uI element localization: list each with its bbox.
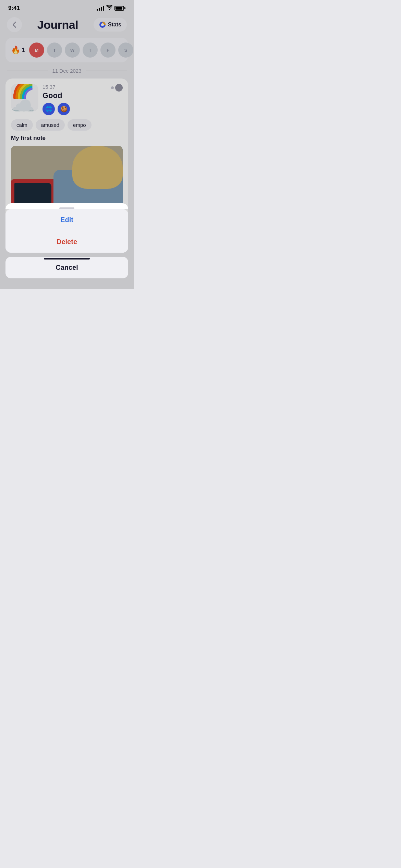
- home-indicator: [0, 253, 134, 264]
- sheet-actions: Edit Delete: [5, 209, 128, 253]
- sheet-handle-container: [5, 203, 128, 209]
- home-bar: [44, 258, 90, 260]
- delete-button[interactable]: Delete: [5, 231, 128, 253]
- bottom-sheet: Edit Delete Cancel: [0, 203, 134, 289]
- edit-button[interactable]: Edit: [5, 209, 128, 231]
